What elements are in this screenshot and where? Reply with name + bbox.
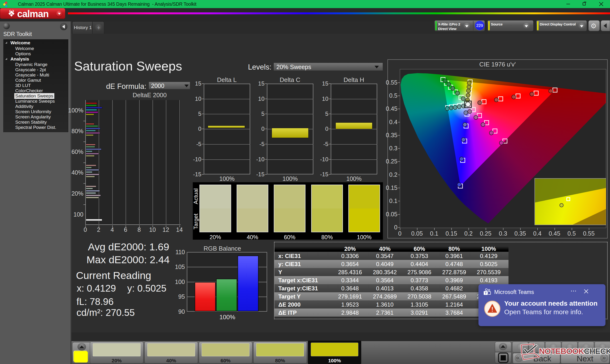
svg-text:T: T [485,292,487,295]
